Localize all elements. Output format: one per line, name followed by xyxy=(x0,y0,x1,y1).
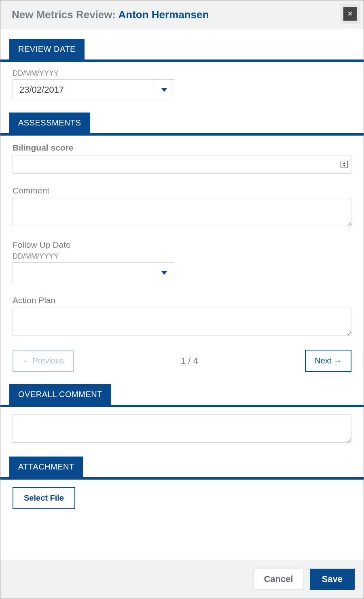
modal-header: New Metrics Review: Anton Hermansen × xyxy=(0,0,364,29)
attachment-tab: ATTACHMENT xyxy=(9,457,83,477)
review-date-format-hint: DD/MM/YYYY xyxy=(13,69,351,78)
chevron-down-icon xyxy=(161,271,167,275)
assessments-section: ASSESSMENTS Bilingual score ▲▼ Comment F… xyxy=(0,113,364,384)
bilingual-score-input[interactable] xyxy=(13,155,351,173)
action-plan-label: Action Plan xyxy=(13,295,351,305)
overall-comment-tab: OVERALL COMMENT xyxy=(9,384,111,405)
modal-title-name: Anton Hermansen xyxy=(118,8,209,21)
bilingual-score-field: ▲▼ xyxy=(13,155,351,174)
followup-date-input[interactable] xyxy=(13,263,154,283)
attachment-content: Select File xyxy=(0,480,364,521)
spinner-icon[interactable]: ▲▼ xyxy=(341,161,348,168)
modal-body: REVIEW DATE DD/MM/YYYY ASSESSMENTS Bilin… xyxy=(0,29,364,560)
review-date-section: REVIEW DATE DD/MM/YYYY xyxy=(0,39,364,113)
modal-footer: Cancel Save xyxy=(0,560,364,599)
close-button[interactable]: × xyxy=(343,7,357,21)
modal-title: New Metrics Review: Anton Hermansen xyxy=(12,8,209,21)
cancel-button[interactable]: Cancel xyxy=(254,569,303,590)
review-date-tab: REVIEW DATE xyxy=(9,39,85,59)
assessments-content: Bilingual score ▲▼ Comment Follow Up Dat… xyxy=(0,136,364,384)
select-file-button[interactable]: Select File xyxy=(13,487,75,509)
new-metrics-review-modal: New Metrics Review: Anton Hermansen × RE… xyxy=(0,0,364,599)
review-date-field xyxy=(13,79,174,100)
review-date-content: DD/MM/YYYY xyxy=(0,62,364,113)
followup-format-hint: DD/MM/YYYY xyxy=(13,252,351,261)
pager-info: 1 / 4 xyxy=(181,356,198,366)
modal-title-prefix: New Metrics Review: xyxy=(12,8,118,21)
followup-date-dropdown-button[interactable] xyxy=(154,263,174,283)
overall-comment-content xyxy=(0,407,364,457)
close-icon: × xyxy=(348,9,353,18)
close-button-wrap: × xyxy=(340,4,360,24)
followup-date-field xyxy=(13,262,174,283)
assessments-pager: ← Previous 1 / 4 Next → xyxy=(13,350,351,372)
save-button[interactable]: Save xyxy=(310,569,355,590)
assessments-tab: ASSESSMENTS xyxy=(9,113,90,133)
action-plan-textarea[interactable] xyxy=(13,308,351,336)
previous-button: ← Previous xyxy=(13,350,74,372)
overall-comment-textarea[interactable] xyxy=(13,414,351,443)
next-button[interactable]: Next → xyxy=(305,350,351,372)
review-date-input[interactable] xyxy=(13,80,154,100)
followup-label: Follow Up Date xyxy=(13,240,351,250)
chevron-down-icon xyxy=(161,88,167,92)
review-date-dropdown-button[interactable] xyxy=(154,80,174,100)
comment-label: Comment xyxy=(13,186,351,195)
attachment-section: ATTACHMENT Select File xyxy=(0,457,364,521)
bilingual-score-label: Bilingual score xyxy=(13,143,351,153)
overall-comment-section: OVERALL COMMENT xyxy=(0,384,364,457)
comment-textarea[interactable] xyxy=(13,198,351,226)
